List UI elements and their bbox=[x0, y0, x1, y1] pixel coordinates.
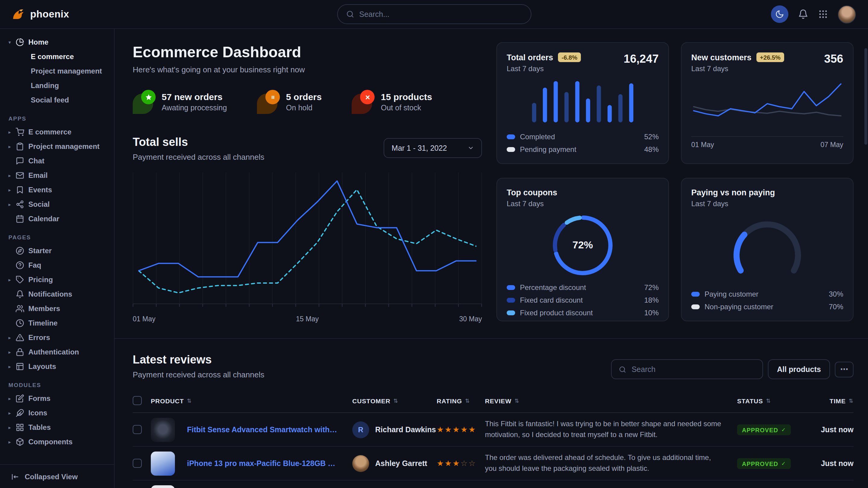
rating-stars: ★★★☆☆ bbox=[437, 459, 485, 468]
notifications-button[interactable] bbox=[798, 9, 808, 19]
legend-swatch bbox=[691, 304, 700, 309]
calendar-icon bbox=[16, 215, 24, 223]
column-customer[interactable]: CUSTOMER bbox=[352, 397, 437, 404]
product-link[interactable]: Fitbit Sense Advanced Smartwatch with To… bbox=[187, 425, 352, 434]
sidebar-item-layouts[interactable]: Layouts bbox=[6, 359, 108, 374]
legend-label: Completed bbox=[520, 133, 555, 141]
scrollbar-thumb[interactable] bbox=[864, 48, 867, 145]
sidebar-item-members[interactable]: Members bbox=[6, 301, 108, 316]
review-row: Fitbit Sense Advanced Smartwatch with To… bbox=[133, 413, 854, 447]
sidebar-nav: HomeE commerceProject managementLandingS… bbox=[0, 35, 114, 464]
latest-reviews-section: Latest reviews Payment received across a… bbox=[115, 338, 868, 488]
collapse-sidebar-button[interactable]: Collapsed View bbox=[0, 464, 114, 488]
brand[interactable]: phoenix bbox=[11, 7, 115, 22]
sidebar-item-label: Faq bbox=[28, 261, 41, 269]
search-input[interactable] bbox=[359, 10, 522, 19]
sidebar-item-project-management[interactable]: Project management bbox=[6, 64, 108, 78]
sidebar-item-email[interactable]: Email bbox=[6, 168, 108, 183]
product-thumbnail[interactable] bbox=[151, 418, 175, 442]
legend-label: Pending payment bbox=[520, 145, 576, 154]
column-review[interactable]: REVIEW bbox=[485, 397, 737, 404]
sidebar-item-project-management[interactable]: Project management bbox=[6, 139, 108, 154]
sidebar-item-icons[interactable]: Icons bbox=[6, 406, 108, 420]
stat-leaf-shape bbox=[352, 93, 372, 114]
stat-leaf-shape bbox=[133, 93, 153, 114]
legend-item: Fixed card discount18% bbox=[507, 296, 659, 304]
stat-caption: Awating processing bbox=[162, 104, 227, 112]
sidebar-item-faq[interactable]: Faq bbox=[6, 258, 108, 272]
legend-value: 70% bbox=[829, 302, 843, 311]
legend-value: 48% bbox=[644, 145, 659, 154]
date-range-select[interactable]: Mar 1 - 31, 2022 bbox=[384, 138, 482, 158]
sidebar-item-label: Authentication bbox=[28, 348, 79, 356]
product-thumbnail[interactable] bbox=[151, 485, 175, 488]
stars-empty: ☆☆ bbox=[461, 459, 476, 468]
customer-name: Richard Dawkins bbox=[375, 425, 436, 434]
select-all-checkbox[interactable] bbox=[133, 396, 142, 405]
reviews-search-input[interactable] bbox=[631, 365, 755, 373]
theme-toggle-button[interactable] bbox=[771, 5, 788, 23]
sidebar-item-authentication[interactable]: Authentication bbox=[6, 345, 108, 359]
product-link[interactable]: iPhone 13 pro max-Pacific Blue-128GB sto… bbox=[187, 459, 352, 467]
sidebar-item-social-feed[interactable]: Social feed bbox=[6, 93, 108, 107]
sidebar-item-notifications[interactable]: Notifications bbox=[6, 287, 108, 301]
sidebar-item-errors[interactable]: Errors bbox=[6, 330, 108, 345]
legend-label: Fixed product discount bbox=[520, 308, 593, 317]
total-sells-subtitle: Payment received across all channels bbox=[133, 153, 264, 162]
sidebar-item-forms[interactable]: Forms bbox=[6, 391, 108, 406]
sidebar-item-label: Project management bbox=[31, 67, 102, 75]
row-checkbox[interactable] bbox=[133, 459, 142, 468]
card-period: Last 7 days bbox=[691, 199, 775, 208]
sidebar-item-components[interactable]: Components bbox=[6, 435, 108, 449]
total-sells-title: Total sells bbox=[133, 136, 264, 149]
legend-value: 10% bbox=[644, 308, 659, 317]
users-icon bbox=[16, 304, 24, 313]
legend-item: Paying customer30% bbox=[691, 290, 843, 298]
more-options-button[interactable] bbox=[835, 361, 854, 377]
sidebar-item-label: Social bbox=[28, 200, 50, 208]
sidebar-item-tables[interactable]: Tables bbox=[6, 420, 108, 435]
column-status[interactable]: STATUS bbox=[737, 397, 811, 404]
column-product[interactable]: PRODUCT bbox=[151, 397, 352, 404]
sidebar-item-events[interactable]: Events bbox=[6, 183, 108, 197]
column-time[interactable]: TIME bbox=[811, 397, 854, 404]
card-top-coupons: Top coupons Last 7 days 72% Percentage d… bbox=[496, 177, 669, 321]
rating-stars: ★★★★★ bbox=[437, 425, 485, 434]
sidebar-item-e-commerce[interactable]: E commerce bbox=[6, 125, 108, 139]
global-search bbox=[337, 4, 531, 24]
sidebar-item-label: Landing bbox=[31, 82, 59, 90]
card-value: 16,247 bbox=[624, 53, 659, 66]
reviews-search bbox=[611, 359, 763, 379]
column-rating[interactable]: RATING bbox=[437, 397, 485, 404]
user-avatar[interactable] bbox=[838, 5, 856, 23]
chevron-down-icon bbox=[467, 145, 474, 151]
sidebar-item-label: Forms bbox=[28, 394, 50, 403]
sidebar-item-e-commerce[interactable]: E commerce bbox=[6, 50, 108, 64]
sidebar-item-social[interactable]: Social bbox=[6, 197, 108, 212]
sidebar-section-title: APPS bbox=[6, 115, 108, 122]
apps-menu-button[interactable] bbox=[818, 9, 828, 19]
caret-right-icon bbox=[8, 173, 16, 178]
product-thumbnail[interactable] bbox=[151, 451, 175, 475]
reviews-subtitle: Payment received across all channels bbox=[133, 370, 264, 379]
sidebar-item-calendar[interactable]: Calendar bbox=[6, 212, 108, 226]
row-checkbox[interactable] bbox=[133, 425, 142, 434]
total-sells-x-axis: 01 May 15 May 30 May bbox=[133, 312, 482, 323]
page-scrollbar bbox=[864, 31, 867, 486]
card-period: Last 7 days bbox=[691, 65, 784, 73]
sidebar-item-pricing[interactable]: Pricing bbox=[6, 272, 108, 287]
edit-icon bbox=[16, 394, 24, 403]
customer-cell: Ashley Garrett bbox=[352, 455, 437, 472]
sidebar-item-label: Tables bbox=[28, 423, 51, 432]
sidebar-item-chat[interactable]: Chat bbox=[6, 154, 108, 168]
new-customers-line-chart bbox=[691, 79, 843, 134]
stat-value: 5 orders bbox=[286, 92, 321, 102]
sidebar-item-timeline[interactable]: Timeline bbox=[6, 316, 108, 330]
sidebar-item-landing[interactable]: Landing bbox=[6, 78, 108, 93]
sidebar-item-home[interactable]: Home bbox=[6, 35, 108, 50]
column-label: RATING bbox=[437, 397, 462, 404]
all-products-button[interactable]: All products bbox=[768, 359, 830, 379]
sidebar-item-starter[interactable]: Starter bbox=[6, 243, 108, 258]
sidebar-section-title: PAGES bbox=[6, 234, 108, 240]
card-title: Total orders bbox=[507, 53, 553, 62]
